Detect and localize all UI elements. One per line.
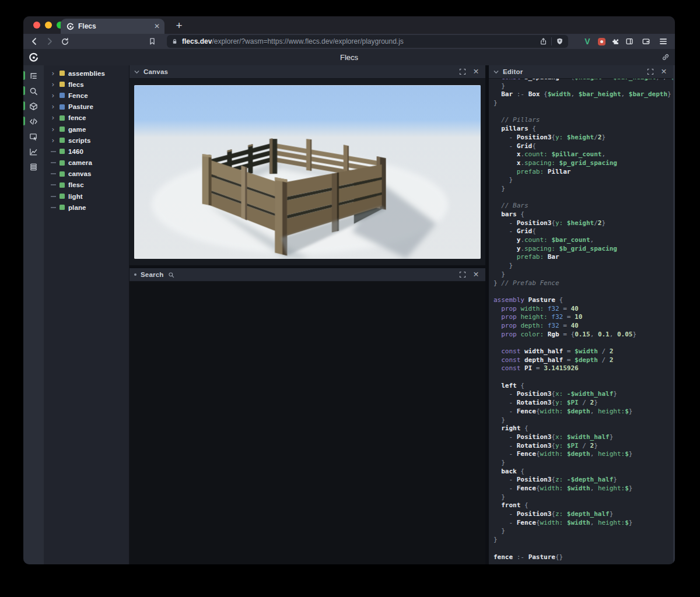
tree-item-scripts[interactable]: ›scripts (44, 135, 129, 146)
canvas-panel-header[interactable]: Canvas ✕ (130, 65, 485, 79)
tree-item-assemblies[interactable]: ›assemblies (44, 68, 129, 79)
search-panel-icon[interactable] (23, 83, 44, 99)
code-line: back { (494, 468, 670, 476)
tree-item-label: plane (68, 204, 86, 211)
expand-chevron-icon[interactable]: › (50, 114, 56, 121)
code-line: } (494, 271, 670, 279)
entity-color-square (60, 127, 65, 132)
code-line: front { (494, 501, 670, 510)
code-line: // Pillars (494, 116, 670, 125)
app-header: Flecs (23, 49, 675, 65)
vue-devtools-icon[interactable]: V (580, 35, 594, 48)
close-icon[interactable]: ✕ (471, 270, 481, 279)
code-line: } (494, 262, 670, 271)
inspector-panel-icon[interactable] (23, 129, 44, 144)
chevron-down-icon[interactable] (134, 70, 139, 74)
tree-item-fence[interactable]: ›fence (44, 113, 129, 124)
expand-chevron-icon[interactable]: › (50, 70, 56, 77)
fence-scene (134, 85, 481, 259)
sidebar-panel-icon[interactable] (622, 35, 636, 48)
editor-panel-header[interactable]: Editor ✕ (489, 65, 673, 79)
wallet-icon[interactable] (639, 35, 653, 48)
flecs-favicon (66, 23, 74, 30)
reload-button[interactable] (57, 35, 72, 48)
expand-icon[interactable] (458, 67, 467, 76)
url-bar[interactable]: flecs.dev/explorer/?wasm=https://www.fle… (167, 35, 568, 48)
expand-chevron-icon[interactable]: › (50, 81, 56, 88)
back-button[interactable] (27, 35, 42, 48)
menu-icon[interactable] (656, 35, 670, 48)
traffic-close-button[interactable] (33, 22, 40, 29)
expand-icon[interactable] (458, 270, 467, 279)
extension-badge-icon[interactable] (594, 35, 608, 48)
tree-item-1460[interactable]: 1460 (44, 146, 129, 157)
close-icon[interactable]: ✕ (471, 67, 481, 76)
editor-body[interactable]: const b_spacing = ($height - $bar_height… (489, 79, 673, 564)
tree-item-label: canvas (68, 170, 92, 177)
new-tab-button[interactable]: + (172, 18, 187, 33)
close-icon[interactable]: ✕ (659, 67, 668, 76)
code-line: y.spacing: $b_grid_spacing (494, 245, 670, 254)
tree-item-game[interactable]: ›game (44, 124, 129, 135)
code-line: - Grid{ (494, 227, 670, 236)
tree-item-Pasture[interactable]: ›Pasture (44, 101, 129, 113)
resources-panel-icon[interactable] (23, 159, 44, 174)
tree-item-flecs[interactable]: ›flecs (44, 79, 129, 90)
code-line: left { (494, 382, 670, 391)
traffic-minimize-button[interactable] (45, 22, 52, 29)
code-line: } (494, 185, 670, 194)
entity-color-square (60, 115, 65, 121)
tree-item-camera[interactable]: camera (44, 157, 129, 168)
expand-chevron-icon[interactable]: › (50, 103, 56, 110)
tab-close-icon[interactable]: ✕ (154, 23, 160, 30)
code-line: const b_spacing = ($height - $bar_height… (494, 79, 670, 82)
tree-item-label: game (68, 126, 86, 133)
entity-tree: ›assemblies›flecs›Fence›Pasture›fence›ga… (44, 65, 130, 564)
browser-tab[interactable]: Flecs ✕ (61, 19, 164, 34)
forward-button[interactable] (42, 35, 57, 48)
panel-title: Search (141, 271, 164, 278)
code-line: - Position3{y: $height/2} (494, 134, 670, 142)
tree-item-plane[interactable]: plane (44, 202, 129, 213)
bookmark-icon[interactable] (145, 35, 160, 48)
expand-chevron-icon[interactable]: › (50, 126, 56, 133)
code-line: } (494, 416, 670, 425)
code-line: } (494, 176, 670, 185)
expand-icon[interactable] (646, 67, 655, 76)
code-line: x.count: $pillar_count, (494, 150, 670, 159)
code-line: - Position3{z: -$depth_half} (494, 476, 670, 484)
expand-chevron-icon[interactable]: › (50, 137, 56, 144)
chevron-down-icon[interactable] (494, 70, 499, 74)
leaf-dash-icon (50, 151, 56, 152)
entity-color-square (60, 138, 65, 143)
tree-item-light[interactable]: light (44, 191, 129, 202)
url-divider (551, 37, 552, 45)
code-line: prop width: f32 = 40 (494, 305, 670, 314)
search-panel-header[interactable]: Search ✕ (130, 268, 485, 282)
tree-item-Fence[interactable]: ›Fence (44, 90, 129, 101)
code-line: Bar :- Box {$width, $bar_height, $bar_de… (494, 90, 670, 99)
code-line (494, 545, 670, 553)
editor-panel-icon[interactable] (23, 114, 44, 129)
extensions-puzzle-icon[interactable] (608, 35, 622, 48)
scene-panel-icon[interactable] (23, 99, 44, 114)
tree-item-label: flesc (68, 181, 84, 188)
code-line: bars { (494, 210, 670, 219)
leaf-dash-icon (50, 173, 56, 174)
brave-shield-icon[interactable] (556, 37, 564, 45)
tree-panel-icon[interactable] (23, 68, 44, 83)
tree-item-flesc[interactable]: flesc (44, 180, 129, 191)
leaf-dash-icon (50, 184, 56, 185)
expand-chevron-icon[interactable]: › (50, 92, 56, 99)
code-line: - Grid{ (494, 142, 670, 151)
3d-viewport[interactable] (134, 85, 481, 259)
editor-code[interactable]: const b_spacing = ($height - $bar_height… (494, 79, 670, 561)
link-icon[interactable] (662, 53, 670, 61)
tree-item-canvas[interactable]: canvas (44, 168, 129, 180)
share-icon[interactable] (540, 37, 547, 45)
browser-toolbar: flecs.dev/explorer/?wasm=https://www.fle… (23, 34, 675, 49)
stats-panel-icon[interactable] (23, 144, 44, 159)
code-line: prop depth: f32 = 40 (494, 322, 670, 331)
code-line (494, 108, 670, 117)
code-line (494, 287, 670, 296)
